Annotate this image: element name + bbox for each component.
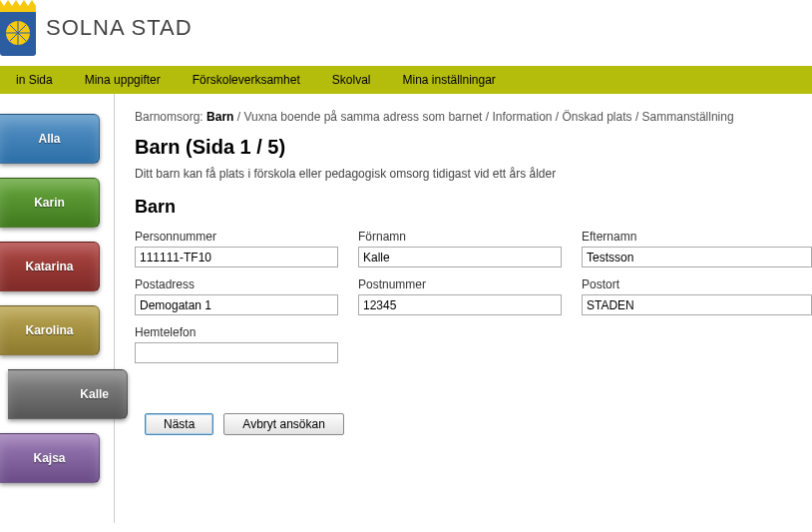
svg-rect-7 <box>0 6 36 12</box>
label-efternamn: Efternamn <box>582 230 812 244</box>
breadcrumb-item[interactable]: Sammanställning <box>642 110 734 124</box>
input-postnummer[interactable] <box>358 294 562 315</box>
input-postort[interactable] <box>582 294 812 315</box>
site-name: SOLNA STAD <box>46 15 193 41</box>
topnav-item-forskola[interactable]: Förskoleverksamhet <box>177 66 316 94</box>
breadcrumb-item[interactable]: Information <box>492 110 552 124</box>
breadcrumb-prefix: Barnomsorg: <box>135 110 203 124</box>
topnav-item-uppgifter[interactable]: Mina uppgifter <box>69 66 177 94</box>
top-nav: in Sida Mina uppgifter Förskoleverksamhe… <box>0 66 812 94</box>
sidebar-item-alla[interactable]: Alla <box>0 114 100 164</box>
label-hemtelefon: Hemtelefon <box>135 325 338 339</box>
next-button[interactable]: Nästa <box>145 413 213 435</box>
label-postnummer: Postnummer <box>358 277 562 291</box>
field-postadress: Postadress <box>135 277 338 315</box>
sidebar-item-label: Kalle <box>80 387 109 401</box>
sidebar-item-label: Kajsa <box>33 451 65 465</box>
input-postadress[interactable] <box>135 294 338 315</box>
breadcrumb-item[interactable]: Barn <box>206 110 233 124</box>
field-postort: Postort <box>582 277 812 315</box>
section-title: Barn <box>135 197 812 218</box>
sidebar: Alla Karin Katarina Karolina Kalle Kajsa <box>0 94 115 523</box>
input-efternamn[interactable] <box>582 247 812 267</box>
main-content: Barnomsorg: Barn / Vuxna boende på samma… <box>115 94 812 523</box>
site-logo <box>0 0 36 56</box>
field-efternamn: Efternamn <box>582 230 812 267</box>
button-row: Nästa Avbryt ansökan <box>135 413 812 435</box>
label-personnummer: Personnummer <box>135 230 338 244</box>
field-personnummer: Personnummer <box>135 230 338 267</box>
sidebar-item-label: Karin <box>34 196 65 210</box>
label-postadress: Postadress <box>135 277 338 291</box>
input-fornamn[interactable] <box>358 247 562 267</box>
label-postort: Postort <box>582 277 812 291</box>
label-fornamn: Förnamn <box>358 230 562 244</box>
page-title: Barn (Sida 1 / 5) <box>135 136 812 159</box>
breadcrumb: Barnomsorg: Barn / Vuxna boende på samma… <box>135 110 812 124</box>
breadcrumb-sep: / <box>556 110 563 124</box>
field-hemtelefon: Hemtelefon <box>135 325 338 363</box>
topnav-item-installningar[interactable]: Mina inställningar <box>386 66 511 94</box>
breadcrumb-sep: / <box>635 110 642 124</box>
cancel-button[interactable]: Avbryt ansökan <box>223 413 344 435</box>
sidebar-item-katarina[interactable]: Katarina <box>0 242 100 291</box>
sidebar-item-kajsa[interactable]: Kajsa <box>0 433 100 483</box>
topnav-item-sida[interactable]: in Sida <box>0 66 69 94</box>
input-hemtelefon[interactable] <box>135 342 338 363</box>
field-fornamn: Förnamn <box>358 230 562 267</box>
page-intro: Ditt barn kan få plats i förskola eller … <box>135 167 812 181</box>
sidebar-item-label: Karolina <box>25 323 73 337</box>
sidebar-item-karin[interactable]: Karin <box>0 178 100 228</box>
sidebar-item-label: Katarina <box>25 260 73 273</box>
sidebar-item-label: Alla <box>38 132 60 146</box>
site-header: SOLNA STAD <box>0 0 812 66</box>
sidebar-item-kalle[interactable]: Kalle <box>8 369 128 419</box>
field-postnummer: Postnummer <box>358 277 562 315</box>
sidebar-item-karolina[interactable]: Karolina <box>0 305 100 355</box>
breadcrumb-item[interactable]: Vuxna boende på samma adress som barnet <box>243 110 482 124</box>
topnav-item-skolval[interactable]: Skolval <box>316 66 387 94</box>
breadcrumb-item[interactable]: Önskad plats <box>563 110 632 124</box>
input-personnummer[interactable] <box>135 247 338 267</box>
